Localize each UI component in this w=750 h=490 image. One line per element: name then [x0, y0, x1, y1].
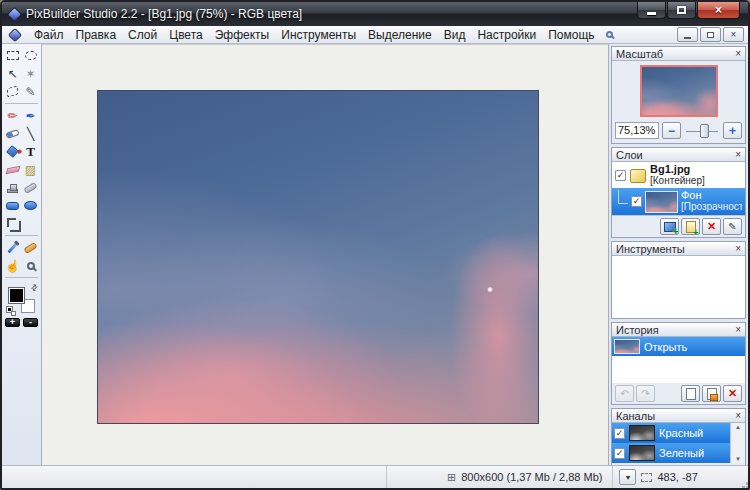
delete-history-button[interactable]: ✕ [723, 385, 742, 402]
zoom-slider-thumb[interactable] [700, 124, 709, 138]
scroll-down-icon[interactable]: ▼ [735, 456, 741, 462]
ellipse-shape-tool[interactable] [22, 197, 39, 214]
redo-button[interactable]: ↷ [636, 385, 655, 402]
default-colors-icon[interactable] [7, 307, 16, 316]
eyedropper-tool[interactable] [4, 239, 21, 256]
eraser-capsule-tool[interactable] [4, 125, 21, 142]
new-snapshot-document-button[interactable] [681, 385, 700, 402]
poly-lasso-tool[interactable] [4, 83, 21, 100]
close-button[interactable]: × [697, 2, 740, 19]
history-item-open[interactable]: Открыть [612, 337, 745, 356]
history-thumbnail [614, 339, 640, 354]
channel-label: Зеленый [659, 447, 704, 459]
undo-button[interactable]: ↶ [615, 385, 634, 402]
brush-tool[interactable]: ✒ [22, 107, 39, 124]
swap-colors-icon[interactable]: ⇄ [29, 282, 40, 293]
menu-item-4[interactable]: Эффекты [209, 27, 276, 43]
tool-options-body [612, 256, 745, 318]
zoom-out-button[interactable]: − [662, 122, 681, 139]
zoom-tool[interactable] [22, 257, 39, 274]
pattern-stamp-tool[interactable]: ▨ [22, 161, 39, 178]
minimize-button[interactable] [637, 2, 666, 19]
zoom-in-button[interactable]: + [723, 122, 742, 139]
menu-item-3[interactable]: Цвета [163, 27, 208, 43]
scroll-up-icon[interactable]: ▲ [735, 424, 741, 430]
panel-zoom-close-icon[interactable]: × [735, 49, 741, 59]
app-logo-icon [7, 6, 23, 22]
panel-history: История × Открыть ↶ ↷ ✕ [611, 322, 746, 405]
channel-label: Красный [659, 427, 703, 439]
panel-zoom-title: Масштаб [616, 48, 663, 60]
rounded-rect-shape-tool[interactable] [4, 197, 21, 214]
lasso-tool[interactable] [22, 47, 39, 64]
text-tool[interactable]: T [22, 143, 39, 160]
foreground-color-swatch[interactable] [9, 288, 24, 303]
panel-channels-close-icon[interactable]: × [735, 411, 741, 421]
status-dropdown-button[interactable]: ▼ [619, 469, 636, 485]
delete-layer-button[interactable]: ✕ [702, 218, 721, 235]
panel-history-header: История × [612, 323, 745, 337]
zoom-preview-thumbnail[interactable] [640, 65, 718, 117]
layer-container-row[interactable]: ✓ Bg1.jpg [Контейнер] [612, 162, 745, 188]
pen-lasso-tool[interactable]: ✎ [22, 83, 39, 100]
layer-properties-button[interactable]: ✎ [723, 218, 742, 235]
healing-patch-tool[interactable] [22, 179, 39, 196]
panel-tool-options-close-icon[interactable]: × [735, 244, 741, 254]
document-icon [8, 27, 22, 41]
menu-item-7[interactable]: Вид [438, 27, 472, 43]
channel-row-1[interactable]: ✓Зеленый [612, 443, 730, 463]
zoom-in-icon: + [729, 125, 736, 137]
new-layer-button[interactable] [681, 218, 700, 235]
search-icon[interactable] [606, 31, 613, 38]
move-tool[interactable]: ↖ [4, 65, 21, 82]
hand-tool[interactable]: ☝ [4, 257, 21, 274]
mdi-close-button[interactable]: × [723, 27, 744, 42]
layer-background-row[interactable]: ✓ Фон [Прозрачность: 2... [612, 188, 745, 215]
line-tool[interactable]: ╲ [22, 125, 39, 142]
channels-scrollbar[interactable]: ▲ ▼ [730, 423, 745, 463]
channel-visibility-checkbox[interactable]: ✓ [614, 428, 625, 439]
toolbox: ↖✶✎✏✒╲T▨☝ ⇄ + - [2, 44, 42, 465]
maximize-button[interactable] [667, 2, 696, 19]
fill-bucket-tool[interactable] [4, 143, 21, 160]
menu-item-9[interactable]: Помощь [542, 27, 600, 43]
document-image[interactable] [97, 90, 539, 424]
zoom-slider[interactable] [684, 124, 720, 138]
layer-visibility-checkbox[interactable]: ✓ [631, 196, 642, 207]
color-selector: ⇄ [8, 287, 36, 314]
eraser-tool[interactable] [4, 161, 21, 178]
channel-visibility-checkbox[interactable]: ✓ [614, 448, 625, 459]
mdi-minimize-button[interactable] [677, 27, 698, 42]
increase-button[interactable]: + [5, 318, 20, 327]
patch-tool[interactable] [22, 239, 39, 256]
rect-select-icon [7, 51, 19, 60]
panel-history-close-icon[interactable]: × [735, 325, 741, 335]
clone-stamp-tool[interactable] [4, 179, 21, 196]
decrease-button[interactable]: - [23, 318, 38, 327]
layer-thumbnail [645, 191, 678, 213]
panel-tool-options-header: Инструменты × [612, 242, 745, 256]
resize-grip[interactable] [737, 477, 746, 486]
blank-tool[interactable] [22, 215, 39, 232]
mdi-restore-button[interactable] [700, 27, 721, 42]
crop-tool[interactable] [4, 215, 21, 232]
menu-item-0[interactable]: Файл [28, 27, 70, 43]
menu-bar-items: ФайлПравкаСлойЦветаЭффектыИнструментыВыд… [28, 26, 601, 43]
pencil-tool[interactable]: ✏ [4, 107, 21, 124]
channel-thumbnail [629, 445, 655, 461]
panel-layers-close-icon[interactable]: × [735, 150, 741, 160]
canvas-area[interactable] [42, 44, 608, 465]
create-snapshot-button[interactable] [702, 385, 721, 402]
channel-row-0[interactable]: ✓Красный [612, 423, 730, 443]
magic-wand-tool[interactable]: ✶ [22, 65, 39, 82]
zoom-out-icon: − [668, 125, 675, 137]
layer-visibility-checkbox[interactable]: ✓ [615, 170, 626, 181]
zoom-value-field[interactable]: 75,13% [615, 122, 659, 139]
menu-item-6[interactable]: Выделение [362, 27, 438, 43]
add-image-layer-button[interactable] [660, 218, 679, 235]
rect-select-tool[interactable] [4, 47, 21, 64]
menu-item-2[interactable]: Слой [122, 27, 163, 43]
menu-item-1[interactable]: Правка [70, 27, 123, 43]
menu-item-5[interactable]: Инструменты [275, 27, 362, 43]
menu-item-8[interactable]: Настройки [471, 27, 542, 43]
